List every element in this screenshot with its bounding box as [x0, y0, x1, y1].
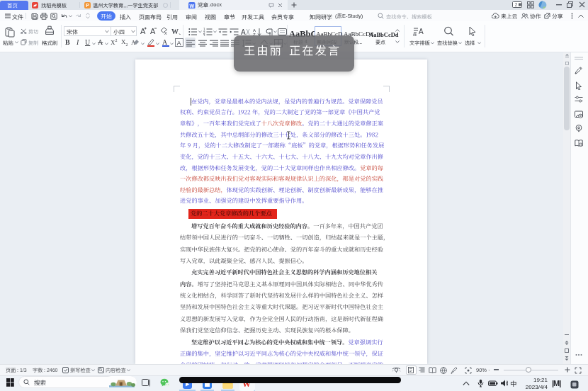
svg-text:W: W [171, 28, 179, 35]
svg-text:x: x [164, 30, 167, 35]
svg-text:3: 3 [203, 34, 205, 37]
svg-text:P: P [86, 3, 89, 8]
svg-text:A: A [177, 40, 181, 47]
svg-text:2: 2 [515, 2, 518, 7]
svg-text:A: A [162, 38, 168, 46]
svg-text:G: G [580, 143, 582, 147]
svg-text:W: W [189, 3, 194, 8]
svg-text:A: A [419, 28, 424, 35]
